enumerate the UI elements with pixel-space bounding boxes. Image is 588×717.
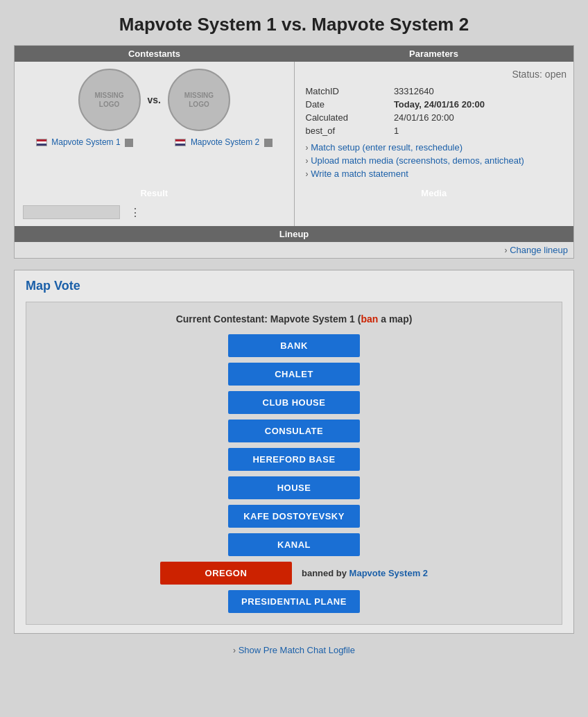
calculated-label: Calculated	[303, 112, 390, 123]
page-title: Mapvote System 1 vs. Mapvote System 2	[14, 7, 574, 45]
team-names-row: Mapvote System 1 Mapvote System 2	[21, 137, 287, 147]
show-log-row: › Show Pre Match Chat Logfile	[14, 645, 574, 655]
team1-name-row: Mapvote System 1	[36, 137, 134, 147]
contestant-suffix: a map)	[378, 313, 412, 325]
map-btn-consulate[interactable]: CONSULATE	[228, 420, 360, 442]
team1-edit-icon[interactable]	[125, 139, 133, 147]
mapvote-title: Map Vote	[26, 279, 562, 293]
mapvote-inner: Current Contestant: Mapvote System 1 (ba…	[26, 302, 562, 625]
map-row-1: CHALET	[228, 363, 360, 386]
matchid-label: MatchID	[303, 85, 390, 97]
matchid-value: 33312640	[391, 85, 565, 97]
map-row-9: PRESIDENTIAL PLANE	[228, 590, 360, 613]
result-content: ⋮	[15, 198, 295, 226]
bestof-value: 1	[391, 125, 565, 137]
map-btn-house[interactable]: HOUSE	[228, 476, 360, 499]
team2-flag-icon	[175, 139, 186, 146]
result-bar	[23, 205, 120, 219]
team1-logo: MISSING LOGO	[78, 69, 141, 131]
change-lineup-link[interactable]: Change lineup	[510, 245, 568, 255]
map-row-6: KAFE DOSTOYEVSKY	[228, 505, 360, 528]
map-btn-chalet[interactable]: CHALET	[228, 363, 360, 386]
lineup-cell: › Change lineup	[15, 242, 574, 259]
map-btn-hereford-base[interactable]: HEREFORD BASE	[228, 448, 360, 471]
status-line: Status: open	[302, 69, 567, 80]
show-log-link[interactable]: Show Pre Match Chat Logfile	[239, 645, 355, 655]
media-content	[294, 198, 574, 226]
map-btn-bank[interactable]: BANK	[228, 334, 360, 357]
map-buttons-container: BANKCHALETCLUB HOUSECONSULATEHEREFORD BA…	[33, 334, 555, 613]
date-value: Today, 24/01/16 20:00	[391, 98, 565, 110]
contestant-prefix: Current Contestant: Mapvote System 1 (	[176, 313, 361, 325]
mapvote-section: Map Vote Current Contestant: Mapvote Sys…	[14, 270, 574, 634]
map-row-5: HOUSE	[228, 476, 360, 499]
team2-logo: MISSING LOGO	[168, 69, 230, 131]
vs-label: vs.	[148, 94, 161, 105]
map-row-3: CONSULATE	[228, 420, 360, 442]
parameters-cell: Status: open MatchID 33312640 Date Today…	[294, 62, 574, 188]
upload-media-link[interactable]: Upload match media (screenshots, demos, …	[311, 155, 524, 166]
map-btn-kanal[interactable]: KANAL	[228, 533, 360, 556]
team1-flag-icon	[36, 139, 47, 146]
map-btn-presidential-plane[interactable]: PRESIDENTIAL PLANE	[228, 590, 360, 613]
contestant-label: Current Contestant: Mapvote System 1 (ba…	[33, 313, 555, 325]
main-info-table: Contestants Parameters MISSING LOGO vs.	[14, 45, 574, 259]
map-row-8: OREGONbanned by Mapvote System 2	[160, 562, 428, 585]
result-header: Result	[15, 188, 295, 198]
map-row-0: BANK	[228, 334, 360, 357]
param-table: MatchID 33312640 Date Today, 24/01/16 20…	[302, 84, 567, 181]
contestants-header: Contestants	[15, 46, 295, 62]
result-menu-icon[interactable]: ⋮	[127, 206, 141, 219]
map-row-4: HEREFORD BASE	[228, 448, 360, 471]
team2-name-link[interactable]: Mapvote System 2	[191, 137, 259, 147]
team1-info: MISSING LOGO	[78, 69, 141, 131]
map-btn-kafe-dostoyevsky[interactable]: KAFE DOSTOYEVSKY	[228, 505, 360, 528]
contestants-cell: MISSING LOGO vs. MISSING LOGO	[15, 62, 295, 188]
map-btn-club-house[interactable]: CLUB HOUSE	[228, 391, 360, 414]
team2-name-row: Mapvote System 2	[175, 137, 273, 147]
match-setup-link[interactable]: Match setup (enter result, reschedule)	[311, 142, 462, 153]
banned-by-link-8[interactable]: Mapvote System 2	[349, 568, 428, 578]
team2-edit-icon[interactable]	[264, 139, 273, 147]
parameters-header: Parameters	[294, 46, 574, 62]
match-statement-link[interactable]: Write a match statement	[311, 169, 408, 179]
team1-name-link[interactable]: Mapvote System 1	[51, 137, 120, 147]
calculated-value: 24/01/16 20:00	[391, 112, 565, 123]
map-row-2: CLUB HOUSE	[228, 391, 360, 414]
lineup-header: Lineup	[15, 226, 574, 242]
media-header: Media	[294, 188, 574, 198]
logos-row: MISSING LOGO vs. MISSING LOGO	[21, 69, 287, 131]
map-btn-oregon[interactable]: OREGON	[160, 562, 292, 585]
team2-info: MISSING LOGO	[168, 69, 230, 131]
banned-label-8: banned by Mapvote System 2	[302, 568, 428, 578]
date-label: Date	[303, 98, 390, 110]
ban-word: ban	[361, 313, 378, 325]
bestof-label: best_of	[303, 125, 390, 137]
map-row-7: KANAL	[228, 533, 360, 556]
